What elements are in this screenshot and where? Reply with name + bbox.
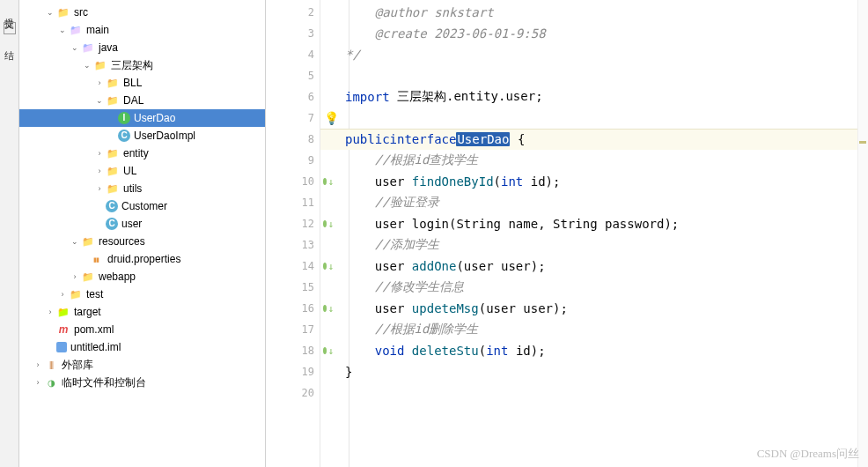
chevron-right-icon[interactable]: › bbox=[69, 272, 81, 281]
scratch-icon bbox=[44, 376, 58, 389]
maven-icon: m bbox=[56, 323, 70, 336]
interface-icon: I bbox=[118, 112, 130, 124]
gutter-line[interactable]: 20 bbox=[266, 382, 320, 404]
tree-item-target[interactable]: ›target bbox=[19, 303, 265, 321]
marker-warn[interactable] bbox=[859, 141, 866, 144]
tree-item-src[interactable]: ⌄src bbox=[19, 4, 265, 21]
chevron-right-icon[interactable]: › bbox=[44, 308, 56, 316]
chevron-down-icon[interactable]: ⌄ bbox=[93, 96, 106, 105]
gutter-line[interactable]: 11 bbox=[266, 192, 320, 213]
tree-item-utils[interactable]: ›utils bbox=[19, 180, 265, 197]
tree-item-BLL[interactable]: ›BLL bbox=[19, 74, 265, 92]
gutter-line[interactable]: 18↓ bbox=[266, 340, 320, 361]
gutter-line[interactable]: 6 bbox=[266, 86, 320, 107]
chevron-down-icon[interactable]: ⌄ bbox=[69, 237, 81, 246]
code-text: */ bbox=[345, 48, 360, 62]
tree-label: UserDao bbox=[134, 112, 175, 124]
tree-label: druid.properties bbox=[107, 253, 180, 265]
code-text: @create 2023-06-01-9:58 bbox=[345, 26, 546, 41]
properties-icon bbox=[93, 254, 104, 264]
chevron-down-icon[interactable]: ⌄ bbox=[81, 61, 93, 70]
gutter-line[interactable]: 15 bbox=[266, 277, 320, 298]
tree-item-webapp[interactable]: ›webapp bbox=[19, 268, 265, 285]
folder-icon bbox=[81, 271, 95, 283]
gutter-line[interactable]: 9 bbox=[266, 150, 320, 171]
tree-label: resources bbox=[99, 235, 145, 248]
class-icon: C bbox=[106, 218, 118, 230]
gutter-line[interactable]: 5 bbox=[266, 65, 320, 86]
gutter-line[interactable]: 13 bbox=[266, 234, 320, 256]
folder-icon bbox=[69, 24, 83, 36]
gutter-line[interactable]: 14↓ bbox=[266, 256, 320, 277]
chevron-right-icon[interactable]: › bbox=[32, 378, 44, 387]
tree-label: pom.xml bbox=[74, 323, 114, 336]
tree-item-DAL[interactable]: ⌄DAL bbox=[19, 92, 265, 109]
tree-item-java[interactable]: ⌄java bbox=[19, 39, 265, 56]
tree-item-main[interactable]: ⌄main bbox=[19, 21, 265, 39]
tree-item-UserDao[interactable]: IUserDao bbox=[19, 109, 265, 127]
tree-label: UserDaoImpl bbox=[134, 130, 195, 142]
tree-label: user bbox=[121, 218, 142, 230]
tree-label: UL bbox=[123, 165, 136, 177]
chevron-right-icon[interactable]: › bbox=[93, 184, 106, 193]
tree-item-entity[interactable]: ›entity bbox=[19, 145, 265, 162]
gutter-line[interactable]: 3 bbox=[266, 23, 320, 44]
tree-label: test bbox=[86, 288, 103, 300]
tab-structure[interactable]: 结 bbox=[1, 37, 18, 48]
chevron-right-icon[interactable]: › bbox=[93, 78, 106, 87]
gutter-line[interactable]: 16↓ bbox=[266, 298, 320, 319]
scroll-marker[interactable] bbox=[857, 0, 868, 467]
bulb-icon[interactable]: 💡 bbox=[324, 111, 339, 125]
tab-commit[interactable]: 提交 bbox=[1, 5, 18, 16]
tree-label: 临时文件和控制台 bbox=[62, 375, 146, 390]
project-tree[interactable]: ⌄src⌄main⌄java⌄三层架构›BLL⌄DALIUserDaoCUser… bbox=[19, 0, 266, 467]
tree-item-untitled.iml[interactable]: untitled.iml bbox=[19, 338, 265, 356]
chevron-down-icon[interactable]: ⌄ bbox=[69, 43, 81, 52]
tree-item-Customer[interactable]: CCustomer bbox=[19, 197, 265, 215]
tree-label: webapp bbox=[99, 271, 136, 283]
tree-label: src bbox=[74, 6, 88, 19]
tree-item-druid.properties[interactable]: druid.properties bbox=[19, 250, 265, 268]
gutter-line[interactable]: 2 bbox=[266, 2, 320, 23]
code-comment: //修改学生信息 bbox=[345, 279, 464, 295]
gutter-line[interactable]: 8↓ bbox=[266, 129, 320, 150]
chevron-right-icon[interactable]: › bbox=[93, 167, 106, 175]
chevron-down-icon[interactable]: ⌄ bbox=[56, 26, 69, 34]
tree-item-user[interactable]: Cuser bbox=[19, 215, 265, 233]
folder-icon bbox=[106, 94, 120, 107]
gutter-line[interactable]: 4 bbox=[266, 44, 320, 65]
gutter-line[interactable]: 19 bbox=[266, 361, 320, 382]
code-editor[interactable]: 2345678↓910↓1112↓1314↓1516↓1718↓1920 @au… bbox=[266, 0, 868, 467]
watermark: CSDN @Dreams问丝 bbox=[757, 446, 859, 462]
tree-item-临时文件和控制台[interactable]: ›临时文件和控制台 bbox=[19, 374, 265, 391]
tree-item-UserDaoImpl[interactable]: CUserDaoImpl bbox=[19, 127, 265, 145]
left-tool-tab[interactable]: 提交 结 bbox=[0, 0, 19, 467]
code-text: user login(String name, String password)… bbox=[345, 217, 679, 231]
method-name: findOneById bbox=[412, 174, 494, 189]
chevron-right-icon[interactable]: › bbox=[32, 360, 44, 369]
code-comment: //根据id查找学生 bbox=[345, 152, 478, 168]
tree-item-外部库[interactable]: ›外部库 bbox=[19, 356, 265, 374]
tab-icon-1[interactable] bbox=[4, 22, 16, 34]
chevron-down-icon[interactable]: ⌄ bbox=[44, 8, 56, 17]
tree-label: main bbox=[86, 24, 109, 36]
tree-label: Customer bbox=[121, 200, 167, 212]
gutter-line[interactable]: 17 bbox=[266, 319, 320, 340]
tree-label: 外部库 bbox=[62, 358, 93, 373]
gutter-line[interactable]: 12↓ bbox=[266, 213, 320, 234]
selected-classname[interactable]: UserDao bbox=[456, 132, 510, 146]
gutter-line[interactable]: 10↓ bbox=[266, 171, 320, 192]
xml-icon bbox=[56, 342, 67, 352]
chevron-right-icon[interactable]: › bbox=[56, 290, 69, 299]
tree-item-resources[interactable]: ⌄resources bbox=[19, 233, 265, 250]
code-text: @author snkstart bbox=[345, 5, 494, 19]
chevron-right-icon[interactable]: › bbox=[93, 149, 106, 158]
code-area[interactable]: @author snkstart @create 2023-06-01-9:58… bbox=[320, 0, 868, 467]
tree-item-test[interactable]: ›test bbox=[19, 285, 265, 303]
editor-gutter: 2345678↓910↓1112↓1314↓1516↓1718↓1920 bbox=[266, 0, 320, 467]
gutter-line[interactable]: 7 bbox=[266, 107, 320, 129]
tree-item-pom.xml[interactable]: mpom.xml bbox=[19, 321, 265, 338]
tree-item-三层架构[interactable]: ⌄三层架构 bbox=[19, 56, 265, 74]
tree-item-UL[interactable]: ›UL bbox=[19, 162, 265, 180]
tree-label: 三层架构 bbox=[111, 58, 153, 73]
